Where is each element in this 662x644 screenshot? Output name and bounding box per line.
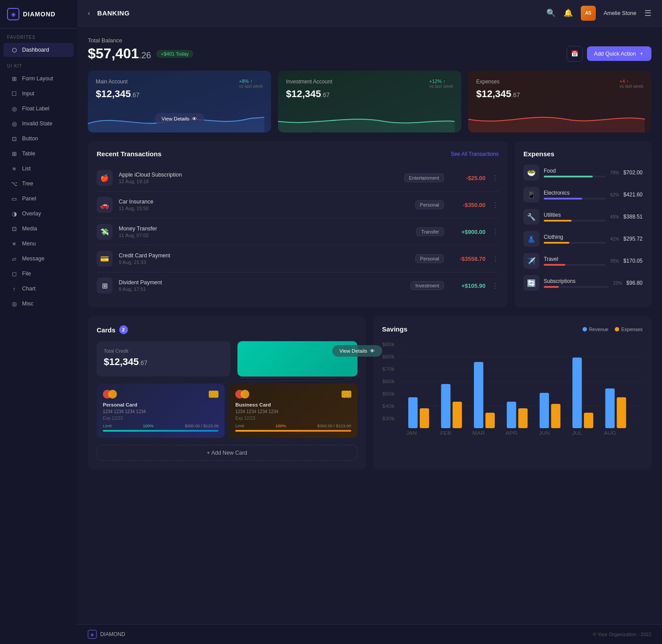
sidebar-item-tree[interactable]: ⌥ Tree bbox=[4, 177, 74, 191]
button-icon: ⊡ bbox=[11, 135, 18, 142]
sidebar-item-label: Chart bbox=[22, 286, 36, 292]
balance-title: Total Balance bbox=[88, 37, 651, 44]
sidebar-item-misc[interactable]: ◎ Misc bbox=[4, 297, 74, 311]
personal-card-limit: Limit 100% $300.00 / $123.00 bbox=[103, 423, 218, 428]
svg-rect-22 bbox=[539, 393, 549, 428]
see-all-transactions-link[interactable]: See All Transactions bbox=[451, 151, 499, 157]
cards-title: Cards bbox=[97, 326, 116, 334]
sidebar-logo: ◈ DIAMOND bbox=[0, 0, 77, 29]
sidebar-item-overlay[interactable]: ◑ Overlay bbox=[4, 207, 74, 221]
user-name: Amelie Stone bbox=[604, 10, 636, 16]
sidebar-item-message[interactable]: ▱ Message bbox=[4, 252, 74, 266]
svg-text:JAN: JAN bbox=[406, 430, 417, 436]
svg-text:FEB: FEB bbox=[440, 430, 451, 436]
expense-item-utilities: 🔧 Utilities 45% $388.51 bbox=[523, 209, 643, 225]
overlay-icon: ◑ bbox=[11, 210, 18, 217]
sidebar-item-label: Dashboard bbox=[22, 47, 49, 53]
sidebar-item-table[interactable]: ⊞ Table bbox=[4, 147, 74, 161]
sidebar-item-label: Input bbox=[22, 90, 34, 97]
sidebar-item-menu[interactable]: ≡ Menu bbox=[4, 237, 74, 251]
expense-thumb-clothing: 👗 bbox=[523, 231, 539, 247]
transaction-info: Apple iCloud Subscription 12 Aug, 19:18 bbox=[119, 172, 398, 184]
expense-thumb-electronics: 📱 bbox=[523, 187, 539, 203]
sidebar-item-media[interactable]: ⊡ Media bbox=[4, 222, 74, 236]
sidebar-item-dashboard[interactable]: ⬡ Dashboard bbox=[4, 43, 74, 57]
more-options-icon[interactable]: ⋮ bbox=[492, 174, 499, 182]
expense-info: Clothing bbox=[544, 234, 606, 244]
svg-rect-26 bbox=[605, 388, 614, 428]
sidebar-item-invalid-state[interactable]: ◎ Invalid State bbox=[4, 117, 74, 131]
input-icon: ☐ bbox=[11, 90, 18, 97]
transaction-tag: Entertainment bbox=[404, 173, 444, 182]
sidebar-item-input[interactable]: ☐ Input bbox=[4, 87, 74, 101]
card-chip bbox=[209, 391, 218, 398]
expense-item-food: 🥗 Food 79% $702.00 bbox=[523, 165, 643, 181]
cards-count-badge: 2 bbox=[119, 325, 128, 334]
calendar-button[interactable]: 📅 bbox=[567, 46, 583, 62]
sidebar-item-file[interactable]: ◻ File bbox=[4, 267, 74, 281]
balance-row: $57,401.26 +$401 Today 📅 Add Quick Actio… bbox=[88, 45, 651, 62]
more-options-icon[interactable]: ⋮ bbox=[492, 282, 499, 290]
svg-text:$70k: $70k bbox=[382, 366, 395, 372]
credit-card-preview: View Details 👁 bbox=[237, 341, 357, 377]
investment-account-stat: +12% ↑ vs last week bbox=[429, 79, 453, 89]
bell-icon[interactable]: 🔔 bbox=[564, 8, 573, 18]
transaction-amount: -$350.00 bbox=[450, 202, 485, 208]
sidebar-item-panel[interactable]: ▭ Panel bbox=[4, 192, 74, 206]
float-label-icon: ◎ bbox=[11, 105, 18, 112]
sidebar-item-label: Tree bbox=[22, 181, 33, 187]
expense-thumb-subscriptions: 🔄 bbox=[523, 275, 539, 291]
tree-icon: ⌥ bbox=[11, 180, 18, 187]
expense-item-travel: ✈️ Travel 35% $170.05 bbox=[523, 253, 643, 269]
main-content: ‹ BANKING 🔍 🔔 AS Amelie Stone ☰ Total Ba… bbox=[77, 0, 662, 644]
more-options-icon[interactable]: ⋮ bbox=[492, 255, 499, 263]
investment-account-card: Investment Account $12,345.67 +12% ↑ vs … bbox=[278, 71, 461, 132]
search-icon[interactable]: 🔍 bbox=[546, 8, 556, 18]
view-details-button-main[interactable]: View Details 👁 bbox=[154, 113, 204, 124]
savings-title: Savings bbox=[382, 325, 408, 333]
expenses-account-label: Expenses bbox=[476, 79, 520, 85]
mastercard-logo bbox=[103, 390, 117, 399]
eye-icon: 👁 bbox=[192, 116, 197, 121]
chart-icon: ↑ bbox=[11, 285, 18, 292]
transaction-item: 💸 Money Transfer 11 Aug, 07:02 Transfer … bbox=[97, 218, 499, 245]
investment-account-wave bbox=[278, 106, 455, 132]
logo-icon: ◈ bbox=[7, 8, 19, 20]
main-account-stat: +8% ↑ vs last week bbox=[239, 79, 263, 89]
back-button[interactable]: ‹ bbox=[88, 9, 90, 17]
sidebar-item-form-layout[interactable]: ⊞ Form Layout bbox=[4, 72, 74, 86]
content-area: Total Balance $57,401.26 +$401 Today 📅 A… bbox=[77, 26, 662, 624]
footer-copyright: © Your Organization - 2022 bbox=[593, 632, 651, 637]
svg-rect-23 bbox=[551, 404, 560, 428]
more-options-icon[interactable]: ⋮ bbox=[492, 228, 499, 236]
hamburger-menu-icon[interactable]: ☰ bbox=[644, 8, 651, 18]
legend-expenses: Expenses bbox=[615, 327, 643, 332]
more-options-icon[interactable]: ⋮ bbox=[492, 201, 499, 209]
balance-amount: $57,401.26 bbox=[88, 45, 151, 62]
svg-rect-15 bbox=[420, 408, 429, 428]
sidebar-item-float-label[interactable]: ◎ Float Label bbox=[4, 102, 74, 116]
transaction-icon-apple: 🍎 bbox=[97, 170, 113, 186]
savings-chart: $80k $80k $70k $60k $50k $40k $30k bbox=[382, 340, 643, 437]
add-quick-action-button[interactable]: Add Quick Action ＋ bbox=[587, 46, 651, 61]
personal-card-progress bbox=[103, 430, 218, 432]
business-card: Business Card 1234 1234 1234 1234 Exp 12… bbox=[229, 384, 357, 438]
balance-actions: 📅 Add Quick Action ＋ bbox=[567, 46, 651, 62]
expense-thumb-utilities: 🔧 bbox=[523, 209, 539, 225]
transaction-icon-dividend: ⊞ bbox=[97, 278, 113, 294]
sidebar-item-chart[interactable]: ↑ Chart bbox=[4, 282, 74, 296]
transaction-item: ⊞ Divident Payment 8 Aug, 17:51 Investme… bbox=[97, 272, 499, 299]
add-new-card-button[interactable]: + Add New Card bbox=[97, 445, 357, 461]
sidebar-item-button[interactable]: ⊡ Button bbox=[4, 132, 74, 146]
logo-text: DIAMOND bbox=[23, 11, 56, 18]
expenses-account-card: Expenses $12,345.67 +4 ↑ vs last week bbox=[468, 71, 651, 132]
dashboard-icon: ⬡ bbox=[11, 46, 18, 53]
view-details-card-button[interactable]: View Details 👁 bbox=[332, 345, 382, 357]
transactions-header: Recent Transactions See All Transactions bbox=[97, 150, 499, 158]
svg-rect-25 bbox=[584, 413, 593, 428]
transaction-tag: Personal bbox=[415, 254, 444, 263]
sidebar-item-list[interactable]: ≡ List bbox=[4, 162, 74, 176]
expense-info: Travel bbox=[544, 256, 606, 266]
account-cards: Main Account $12,345.67 +8% ↑ vs last we… bbox=[88, 71, 651, 132]
favorites-label: FAVORITES bbox=[0, 29, 77, 42]
